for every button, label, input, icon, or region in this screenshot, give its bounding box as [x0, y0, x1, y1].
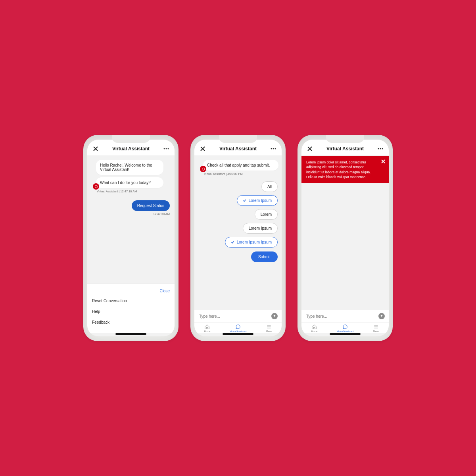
user-row: Request Status 12:47:30 AM	[90, 200, 171, 216]
home-indicator	[223, 333, 253, 335]
chat-body: Hello Rachel. Welcome to the Virtual Ass…	[87, 156, 175, 284]
svg-point-3	[271, 148, 272, 150]
option-chip-all[interactable]: All	[261, 181, 278, 192]
bottom-tabbar: Home Virtual Assistant Menu	[194, 322, 282, 333]
assistant-avatar-icon	[93, 183, 99, 190]
home-icon	[311, 324, 317, 330]
svg-point-8	[382, 148, 383, 150]
option-chip[interactable]: Lorem	[255, 209, 278, 220]
close-icon[interactable]	[92, 145, 99, 152]
tab-menu[interactable]: Menu	[373, 324, 379, 332]
option-group: All Lorem Ipsum Lorem Lorem Ipsum Lorem …	[198, 181, 278, 262]
tab-home[interactable]: Home	[311, 324, 317, 332]
option-chip[interactable]: Lorem Ipsum Ipsum	[225, 237, 278, 248]
screen-selection: Virtual Assistant Check all that apply a…	[194, 140, 282, 336]
device-notch	[219, 135, 257, 143]
user-meta: 12:47:30 AM	[153, 212, 170, 216]
menu-item-help[interactable]: Help	[92, 306, 170, 317]
home-indicator	[330, 333, 361, 335]
error-text: Lorem ipsum dolor sit amet, consectetur …	[306, 160, 371, 179]
option-chip-label: Lorem Ipsum	[249, 198, 272, 203]
assistant-meta: Virtual Assistant | 12:47:10 AM	[97, 190, 171, 193]
assistant-message: What can I do for you today?	[96, 177, 163, 188]
check-icon	[243, 199, 246, 202]
chat-input[interactable]	[198, 314, 271, 319]
submit-button[interactable]: Submit	[251, 251, 278, 262]
svg-point-0	[164, 148, 165, 150]
more-icon[interactable]	[270, 145, 277, 152]
tab-label: Home	[204, 330, 210, 332]
tab-home[interactable]: Home	[204, 324, 210, 332]
assistant-message-text: What can I do for you today?	[100, 180, 151, 185]
tab-label: Virtual Assistant	[337, 330, 354, 332]
bottom-group: Home Virtual Assistant Menu	[301, 310, 389, 336]
phone-frame-3: Virtual Assistant Lorem ipsum dolor sit …	[298, 135, 393, 341]
home-icon	[204, 324, 210, 330]
header-title: Virtual Assistant	[326, 146, 364, 152]
error-banner: Lorem ipsum dolor sit amet, consectetur …	[301, 156, 389, 183]
overflow-menu-sheet: Close Reset Conversation Help Feedback	[87, 284, 175, 333]
close-icon[interactable]	[199, 145, 206, 152]
menu-icon	[266, 324, 272, 330]
home-indicator	[115, 333, 146, 335]
menu-item-reset[interactable]: Reset Conversation	[92, 296, 170, 306]
option-chip[interactable]: Lorem Ipsum	[237, 195, 278, 206]
menu-icon	[373, 324, 379, 330]
header-title: Virtual Assistant	[112, 146, 150, 152]
svg-point-5	[275, 148, 276, 150]
chat-body: Check all that apply and tap submit. Vir…	[194, 156, 282, 310]
tab-label: Menu	[373, 330, 379, 332]
phone-frame-1: Virtual Assistant Hello Rachel. Welcome …	[83, 135, 178, 341]
option-chip-label: Lorem Ipsum Ipsum	[237, 240, 272, 244]
svg-point-7	[380, 148, 381, 150]
check-icon	[231, 240, 234, 244]
svg-point-1	[166, 148, 167, 150]
chat-input-bar	[301, 310, 389, 322]
arrow-up-icon	[273, 315, 276, 318]
chat-body	[301, 183, 389, 310]
more-icon[interactable]	[163, 145, 170, 152]
screen-conversation: Virtual Assistant Hello Rachel. Welcome …	[87, 140, 175, 336]
user-message: Request Status	[132, 200, 170, 211]
screen-error: Virtual Assistant Lorem ipsum dolor sit …	[301, 140, 389, 336]
error-close-icon[interactable]	[381, 159, 386, 164]
svg-point-4	[273, 148, 274, 150]
chat-icon	[342, 324, 348, 330]
assistant-meta: Virtual Assistant | 4:00:00 PM	[204, 172, 278, 176]
arrow-up-icon	[380, 315, 383, 318]
device-notch	[326, 135, 364, 143]
header-title: Virtual Assistant	[219, 146, 257, 152]
assistant-avatar-icon	[200, 166, 206, 172]
svg-point-2	[168, 148, 169, 150]
menu-item-feedback[interactable]: Feedback	[92, 317, 170, 328]
bottom-tabbar: Home Virtual Assistant Menu	[301, 322, 389, 333]
tab-virtual-assistant[interactable]: Virtual Assistant	[230, 324, 247, 332]
chat-input[interactable]	[305, 314, 378, 319]
tab-label: Home	[311, 330, 317, 332]
send-button[interactable]	[271, 313, 278, 319]
phone-frame-2: Virtual Assistant Check all that apply a…	[190, 135, 286, 341]
assistant-message-text: Check all that apply and tap submit.	[207, 163, 270, 167]
svg-point-6	[378, 148, 379, 150]
more-icon[interactable]	[377, 145, 384, 152]
tab-label: Virtual Assistant	[230, 330, 247, 332]
tab-menu[interactable]: Menu	[266, 324, 272, 332]
device-notch	[112, 135, 150, 143]
assistant-message: Hello Rachel. Welcome to the Virtual Ass…	[96, 160, 163, 175]
bottom-group: Home Virtual Assistant Menu	[194, 310, 282, 336]
send-button[interactable]	[378, 313, 385, 319]
tab-virtual-assistant[interactable]: Virtual Assistant	[337, 324, 354, 332]
option-chip[interactable]: Lorem Ipsum	[243, 223, 278, 234]
close-icon[interactable]	[306, 145, 313, 152]
menu-close-button[interactable]: Close	[159, 288, 170, 296]
chat-input-bar	[194, 310, 282, 322]
chat-icon	[235, 324, 241, 330]
assistant-message: Check all that apply and tap submit.	[203, 160, 278, 171]
tab-label: Menu	[266, 330, 272, 332]
